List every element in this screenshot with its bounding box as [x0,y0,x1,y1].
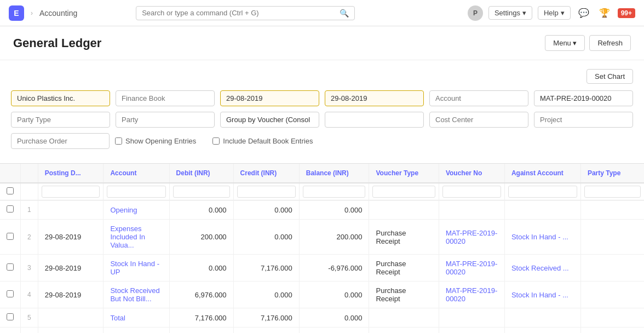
party-input[interactable] [116,112,215,128]
row-index: 2 [21,220,38,255]
row-index: 3 [21,255,38,282]
filter-credit[interactable] [237,186,296,198]
cell-account[interactable]: Closing (Opening + Total) [104,328,169,334]
filter-row-1 [11,90,633,106]
trophy-icon[interactable]: 🏆 [597,5,612,20]
col-debit[interactable]: Debit (INR) [169,164,233,183]
cell-posting-date [38,328,104,334]
row-checkbox[interactable] [7,290,14,297]
cell-credit: 7,176.000 [233,255,299,282]
group-by-input[interactable] [220,112,319,128]
refresh-button[interactable]: Refresh [589,35,631,51]
cell-voucher-no[interactable] [439,308,504,328]
select-all-checkbox[interactable] [3,187,17,194]
col-checkbox [0,164,21,183]
filter-debit[interactable] [173,186,230,198]
cell-voucher-no[interactable]: MAT-PRE-2019-00020 [439,255,504,282]
include-default-row: Include Default Book Entries [212,137,313,145]
to-date-input[interactable] [325,90,424,106]
header-actions: Menu ▾ Refresh [545,35,631,51]
company-input[interactable] [11,90,110,106]
cost-center-input[interactable] [429,112,528,128]
cell-account[interactable]: Total [104,308,169,328]
col-credit[interactable]: Credit (INR) [233,164,299,183]
help-button[interactable]: Help ▾ [538,6,571,20]
row-checkbox[interactable] [7,205,14,213]
cell-party-type [580,255,644,282]
cell-balance: 0.000 [299,282,369,308]
table-header-row: Posting D... Account Debit (INR) Credit … [0,164,644,183]
cell-account[interactable]: Opening [104,200,169,220]
top-nav: E › Accounting 🔍 P Settings ▾ Help ▾ 💬 🏆… [0,0,644,26]
col-account[interactable]: Account [104,164,169,183]
cell-voucher-type [369,328,439,334]
account-input[interactable] [429,90,528,106]
cell-against-account[interactable]: Stock In Hand - ... [504,220,580,255]
cell-balance: 200.000 [299,220,369,255]
cell-account[interactable]: Stock Received But Not Bill... [104,282,169,308]
row-checkbox[interactable] [7,233,14,240]
notification-badge[interactable]: 99+ [618,8,635,18]
filter-voucher-type[interactable] [372,186,435,198]
from-date-input[interactable] [220,90,319,106]
show-opening-checkbox[interactable] [115,137,122,145]
project-input[interactable] [534,112,633,128]
row-checkbox[interactable] [7,313,14,320]
cell-debit: 0.000 [169,255,233,282]
filter-against-account[interactable] [508,186,577,198]
filter-posting-date[interactable] [42,186,100,198]
cell-account[interactable]: Stock In Hand - UP [104,255,169,282]
avatar[interactable]: P [468,5,483,21]
col-party-type[interactable]: Party Type [580,164,644,183]
cell-posting-date [38,200,104,220]
menu-button[interactable]: Menu ▾ [545,35,585,51]
col-against-account[interactable]: Against Account [504,164,580,183]
search-bar[interactable]: 🔍 [136,6,355,20]
cell-against-account[interactable]: Stock In Hand - ... [504,282,580,308]
cell-against-account[interactable] [504,328,580,334]
app-icon[interactable]: E [9,5,24,21]
cell-party-type [580,282,644,308]
date2-input[interactable] [325,112,424,128]
cell-debit: 0.000 [169,200,233,220]
col-voucher-type[interactable]: Voucher Type [369,164,439,183]
cell-against-account[interactable] [504,200,580,220]
cell-voucher-no[interactable] [439,328,504,334]
general-ledger-table: Posting D... Account Debit (INR) Credit … [0,164,644,333]
table-row: 2 29-08-2019 Expenses Included In Valua.… [0,220,644,255]
chat-icon[interactable]: 💬 [576,5,591,20]
nav-actions: P Settings ▾ Help ▾ 💬 🏆 99+ [468,5,635,21]
row-checkbox[interactable] [7,263,14,271]
col-balance[interactable]: Balance (INR) [299,164,369,183]
cell-party-type [580,200,644,220]
show-opening-label: Show Opening Entries [125,137,196,145]
settings-button[interactable]: Settings ▾ [488,6,532,20]
cell-credit: 7,176.000 [233,328,299,334]
cell-against-account[interactable]: Stock Received ... [504,255,580,282]
search-input[interactable] [142,9,336,17]
page-title: General Ledger [13,36,101,50]
cell-balance: 0.000 [299,328,369,334]
set-chart-row: Set Chart [11,69,633,84]
cell-voucher-no[interactable] [439,200,504,220]
breadcrumb-chevron: › [31,9,33,17]
breadcrumb-label: Accounting [39,9,77,18]
filter-balance[interactable] [303,186,366,198]
finance-book-input[interactable] [116,90,215,106]
filter-voucher-no[interactable] [442,186,501,198]
col-posting-date[interactable]: Posting D... [38,164,104,183]
purchase-order-input[interactable] [11,133,110,149]
cell-voucher-no[interactable]: MAT-PRE-2019-00020 [439,220,504,255]
filter-row-2 [11,112,633,128]
set-chart-button[interactable]: Set Chart [586,69,633,84]
include-default-checkbox[interactable] [212,137,220,145]
cell-account[interactable]: Expenses Included In Valua... [104,220,169,255]
party-type-input[interactable] [11,112,110,128]
cell-party-type [580,220,644,255]
filter-party-type[interactable] [584,186,641,198]
voucher-no-input[interactable] [534,90,633,106]
cell-voucher-no[interactable]: MAT-PRE-2019-00020 [439,282,504,308]
col-voucher-no[interactable]: Voucher No [439,164,504,183]
filter-account[interactable] [107,186,165,198]
cell-against-account[interactable] [504,308,580,328]
